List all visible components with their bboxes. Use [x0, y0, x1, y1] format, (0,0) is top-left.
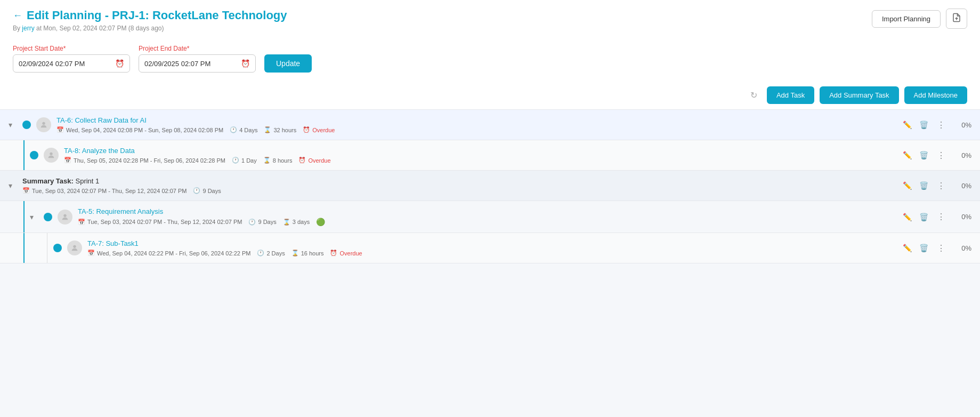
update-button[interactable]: Update — [264, 54, 312, 73]
task-meta: 📅 Wed, Sep 04, 2024 02:22 PM - Fri, Sep … — [87, 250, 895, 256]
summary-name: Sprint 1 — [75, 177, 99, 185]
chevron-down-icon[interactable]: ▾ — [30, 213, 38, 221]
start-date-input[interactable] — [19, 60, 111, 68]
edit-icon[interactable]: ✏️ — [901, 118, 914, 131]
hourglass-icon: ⌛ — [291, 250, 299, 256]
edit-icon[interactable]: ✏️ — [901, 211, 914, 223]
more-options-icon[interactable]: ⋮ — [934, 179, 949, 193]
delete-icon[interactable]: 🗑️ — [917, 211, 930, 223]
svg-point-6 — [73, 245, 76, 248]
status-badge: ⏰ Overdue — [298, 157, 330, 164]
task-info: TA-6: Collect Raw Data for AI 📅 Wed, Sep… — [56, 116, 895, 133]
percent-label: 0% — [952, 151, 971, 159]
delete-icon[interactable]: 🗑️ — [917, 118, 930, 131]
chevron-down-icon[interactable]: ▾ — [9, 121, 17, 129]
task-actions: ✏️ 🗑️ ⋮ 0% — [901, 210, 971, 224]
task-actions: ✏️ 🗑️ ⋮ 0% — [901, 179, 971, 193]
clock-icon: 🕐 — [248, 219, 256, 226]
table-row: TA-7: Sub-Task1 📅 Wed, Sep 04, 2024 02:2… — [0, 233, 980, 263]
task-name[interactable]: TA-7: Sub-Task1 — [87, 239, 895, 247]
date-range: 📅 Tue, Sep 03, 2024 02:07 PM - Thu, Sep … — [78, 219, 242, 226]
duration: 🕐 9 Days — [193, 187, 221, 194]
percent-label: 0% — [952, 121, 971, 129]
export-icon-button[interactable] — [946, 9, 967, 29]
status-badge: ⏰ Overdue — [330, 250, 362, 256]
chevron-down-icon[interactable]: ▾ — [9, 181, 17, 190]
summary-label: Summary Task: — [22, 177, 74, 185]
task-name[interactable]: TA-5: Requirement Analysis — [78, 207, 895, 215]
percent-label: 0% — [952, 182, 971, 190]
end-date-label: Project End Date* — [139, 45, 256, 52]
header: ← Edit Planning - PRJ-1: RocketLane Tech… — [0, 0, 980, 36]
task-name[interactable]: TA-8: Analyze the Data — [64, 147, 895, 155]
more-options-icon[interactable]: ⋮ — [934, 148, 949, 163]
end-date-input-wrap[interactable]: ⏰ — [139, 54, 256, 73]
author-link[interactable]: jerry — [22, 25, 34, 32]
delete-icon[interactable]: 🗑️ — [917, 242, 930, 254]
hours: ⌛ 3 days — [283, 219, 310, 226]
task-info: TA-8: Analyze the Data 📅 Thu, Sep 05, 20… — [64, 147, 895, 164]
export-icon — [952, 13, 961, 22]
task-meta: 📅 Tue, Sep 03, 2024 02:07 PM - Thu, Sep … — [78, 218, 895, 226]
status-dot — [30, 151, 38, 159]
more-options-icon[interactable]: ⋮ — [934, 241, 949, 255]
task-actions: ✏️ 🗑️ ⋮ 0% — [901, 241, 971, 255]
end-date-input[interactable] — [144, 60, 237, 68]
hours: ⌛ 16 hours — [291, 250, 324, 256]
more-options-icon[interactable]: ⋮ — [934, 118, 949, 132]
subtitle: By jerry at Mon, Sep 02, 2024 02:07 PM (… — [13, 25, 287, 32]
table-row: ▾ TA-6: Collect Raw Data for AI 📅 Wed, S… — [0, 110, 980, 140]
task-name[interactable]: TA-6: Collect Raw Data for AI — [56, 116, 895, 124]
task-actions: ✏️ 🗑️ ⋮ 0% — [901, 118, 971, 132]
duration: 🕐 2 Days — [257, 250, 285, 256]
percent-label: 0% — [952, 244, 971, 252]
hourglass-icon: ⌛ — [283, 219, 290, 226]
status-badge: ⏰ Overdue — [303, 126, 335, 133]
more-options-icon[interactable]: ⋮ — [934, 210, 949, 224]
date-range: 📅 Wed, Sep 04, 2024 02:08 PM - Sun, Sep … — [56, 126, 223, 133]
header-right: Import Planning — [872, 9, 967, 29]
calendar-icon: 📅 — [22, 187, 30, 194]
header-left: ← Edit Planning - PRJ-1: RocketLane Tech… — [13, 9, 287, 32]
svg-point-5 — [63, 214, 66, 216]
duration: 🕐 4 Days — [230, 126, 257, 133]
task-info: TA-5: Requirement Analysis 📅 Tue, Sep 03… — [78, 207, 895, 226]
svg-point-3 — [42, 122, 45, 125]
table-row: TA-8: Analyze the Data 📅 Thu, Sep 05, 20… — [0, 140, 980, 171]
percent-label: 0% — [952, 213, 971, 221]
overdue-icon: ⏰ — [303, 126, 310, 133]
edit-icon[interactable]: ✏️ — [901, 179, 914, 192]
page: ← Edit Planning - PRJ-1: RocketLane Tech… — [0, 0, 980, 417]
table-row: ▾ TA-5: Requirement Analysis 📅 Tue, Sep … — [0, 201, 980, 233]
task-meta: 📅 Thu, Sep 05, 2024 02:28 PM - Fri, Sep … — [64, 157, 895, 164]
indent-line — [23, 233, 25, 263]
add-milestone-button[interactable]: Add Milestone — [904, 86, 967, 104]
start-date-input-wrap[interactable]: ⏰ — [13, 54, 130, 73]
summary-meta: 📅 Tue, Sep 03, 2024 02:07 PM - Thu, Sep … — [22, 187, 895, 194]
avatar — [44, 148, 59, 163]
summary-row-inner: Summary Task: Sprint 1 📅 Tue, Sep 03, 20… — [22, 177, 895, 194]
start-clock-icon: ⏰ — [115, 59, 124, 68]
clock-icon: 🕐 — [257, 250, 264, 256]
edit-icon[interactable]: ✏️ — [901, 242, 914, 254]
delete-icon[interactable]: 🗑️ — [917, 179, 930, 192]
calendar-icon: 📅 — [56, 126, 64, 133]
refresh-icon[interactable]: ↻ — [750, 90, 757, 100]
clock-icon: 🕐 — [232, 157, 239, 164]
hourglass-icon: ⌛ — [263, 157, 271, 164]
avatar — [36, 117, 51, 132]
import-planning-button[interactable]: Import Planning — [872, 10, 941, 28]
overdue-icon: ⏰ — [298, 157, 306, 164]
back-arrow[interactable]: ← — [13, 10, 22, 21]
svg-point-4 — [50, 153, 52, 155]
status-dot — [22, 121, 31, 129]
on-track-icon: 🟢 — [316, 218, 325, 226]
indent-line — [23, 140, 25, 170]
date-range: 📅 Thu, Sep 05, 2024 02:28 PM - Fri, Sep … — [64, 157, 225, 164]
calendar-icon: 📅 — [87, 250, 95, 256]
edit-icon[interactable]: ✏️ — [901, 149, 914, 162]
page-title: Edit Planning - PRJ-1: RocketLane Techno… — [27, 9, 287, 22]
delete-icon[interactable]: 🗑️ — [917, 149, 930, 162]
add-summary-task-button[interactable]: Add Summary Task — [820, 86, 898, 104]
add-task-button[interactable]: Add Task — [767, 86, 814, 104]
